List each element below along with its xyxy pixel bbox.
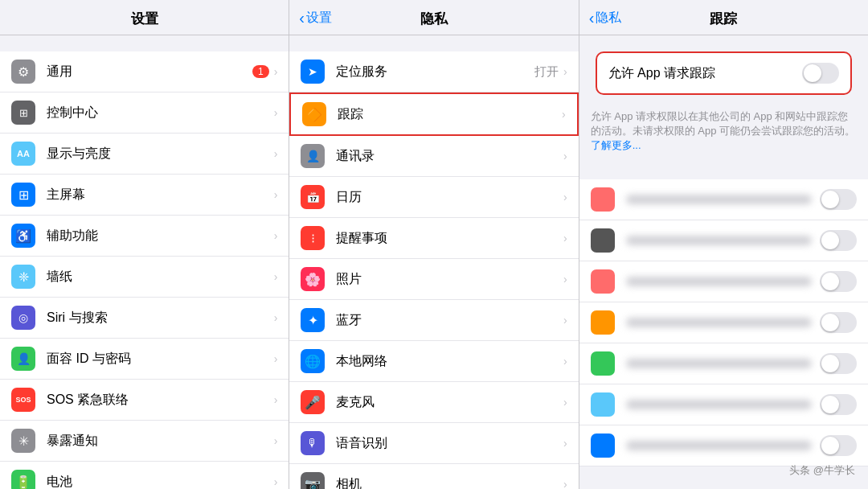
speech-icon: 🎙 <box>301 431 325 455</box>
camera-label: 相机 <box>336 476 563 490</box>
chevron-icon: › <box>274 352 278 365</box>
accessibility-icon: ♿ <box>11 224 35 248</box>
learn-more-link[interactable]: 了解更多... <box>591 139 641 151</box>
blurred-app-name-5 <box>626 359 812 368</box>
blurred-app-5[interactable] <box>579 343 868 384</box>
bluetooth-icon: ✦ <box>301 308 325 332</box>
privacy-item-location[interactable]: ➤ 定位服务 打开 › <box>289 51 578 92</box>
back-to-settings[interactable]: ‹ 设置 <box>299 8 332 27</box>
settings-item-general[interactable]: ⚙ 通用 1 › <box>0 51 289 92</box>
app-tracking-toggle-3[interactable] <box>820 271 857 292</box>
app-tracking-toggle-4[interactable] <box>820 312 857 333</box>
back-to-privacy[interactable]: ‹ 隐私 <box>589 8 622 27</box>
blurred-app-name-7 <box>626 441 812 450</box>
chevron-icon: › <box>274 147 278 160</box>
privacy-item-tracking[interactable]: 🔶 跟踪 › <box>289 92 578 136</box>
blurred-app-name-6 <box>626 400 812 409</box>
chevron-icon: › <box>562 108 566 121</box>
privacy-item-calendar[interactable]: 📅 日历 › <box>289 177 578 218</box>
privacy-item-reminders[interactable]: ⁝ 提醒事项 › <box>289 218 578 259</box>
chevron-icon: › <box>274 475 278 488</box>
control-label: 控制中心 <box>47 105 274 121</box>
chevron-icon: › <box>274 311 278 324</box>
app-tracking-toggle-1[interactable] <box>820 189 857 210</box>
settings-item-home[interactable]: ⊞ 主屏幕 › <box>0 175 289 216</box>
privacy-item-photos[interactable]: 🌸 照片 › <box>289 259 578 300</box>
privacy-item-speech[interactable]: 🎙 语音识别 › <box>289 423 578 464</box>
contacts-label: 通讯录 <box>336 148 563 165</box>
wallpaper-icon: ❈ <box>11 265 35 289</box>
settings-item-control[interactable]: ⊞ 控制中心 › <box>0 92 289 134</box>
settings-item-sos[interactable]: SOS SOS 紧急联络 › <box>0 380 289 421</box>
settings-item-battery[interactable]: 🔋 电池 › <box>0 462 289 489</box>
photos-icon: 🌸 <box>301 267 325 291</box>
calendar-label: 日历 <box>336 189 563 206</box>
general-icon: ⚙ <box>11 60 35 84</box>
microphone-label: 麦克风 <box>336 394 563 411</box>
privacy-list: ➤ 定位服务 打开 › 🔶 跟踪 › 👤 通讯录 › <box>289 35 578 489</box>
blurred-app-4[interactable] <box>579 302 868 343</box>
chevron-icon: › <box>274 188 278 201</box>
blurred-app-2[interactable] <box>579 220 868 261</box>
blurred-app-icon-1 <box>591 187 615 212</box>
chevron-icon: › <box>563 478 567 489</box>
settings-item-faceid[interactable]: 👤 面容 ID 与密码 › <box>0 339 289 380</box>
settings-item-exposure[interactable]: ✳ 暴露通知 › <box>0 421 289 462</box>
chevron-icon: › <box>274 106 278 119</box>
blurred-app-1[interactable] <box>579 179 868 220</box>
blurred-app-name-3 <box>626 277 812 286</box>
battery-label: 电池 <box>47 474 274 490</box>
back-label: 设置 <box>306 9 332 26</box>
settings-item-siri[interactable]: ◎ Siri 与搜索 › <box>0 298 289 339</box>
general-badge: 1 <box>252 65 269 78</box>
contacts-icon: 👤 <box>301 144 325 168</box>
localnet-label: 本地网络 <box>336 353 563 370</box>
chevron-icon: › <box>563 355 567 368</box>
privacy-panel: ‹ 设置 隐私 ➤ 定位服务 打开 › 🔶 跟踪 › <box>289 0 579 489</box>
display-label: 显示与亮度 <box>47 146 274 162</box>
allow-tracking-toggle[interactable] <box>802 63 839 84</box>
tracking-list: 允许 App 请求跟踪 允许 App 请求权限以在其他公司的 App 和网站中跟… <box>579 35 868 489</box>
bluetooth-label: 蓝牙 <box>336 312 563 329</box>
display-icon: AA <box>11 142 35 166</box>
allow-tracking-label: 允许 App 请求跟踪 <box>608 65 715 82</box>
localnet-icon: 🌐 <box>301 349 325 373</box>
tracking-icon: 🔶 <box>302 102 326 126</box>
blurred-app-6[interactable] <box>579 384 868 425</box>
back-arrow-icon: ‹ <box>589 8 595 27</box>
privacy-item-localnet[interactable]: 🌐 本地网络 › <box>289 341 578 382</box>
faceid-label: 面容 ID 与密码 <box>47 351 274 368</box>
app-tracking-toggle-2[interactable] <box>820 230 857 251</box>
privacy-header: ‹ 设置 隐私 <box>289 0 578 35</box>
blurred-app-3[interactable] <box>579 261 868 302</box>
exposure-icon: ✳ <box>11 429 35 453</box>
blurred-app-7[interactable] <box>579 425 868 466</box>
settings-list: ⚙ 通用 1 › ⊞ 控制中心 › AA 显示与亮度 › <box>0 35 289 489</box>
settings-item-accessibility[interactable]: ♿ 辅助功能 › <box>0 216 289 257</box>
allow-tracking-section: 允许 App 请求跟踪 <box>579 35 868 95</box>
privacy-item-bluetooth[interactable]: ✦ 蓝牙 › <box>289 300 578 341</box>
chevron-icon: › <box>563 437 567 450</box>
settings-item-display[interactable]: AA 显示与亮度 › <box>0 134 289 175</box>
blurred-app-icon-7 <box>591 434 615 458</box>
chevron-icon: › <box>563 232 567 244</box>
privacy-item-camera[interactable]: 📷 相机 › <box>289 464 578 489</box>
chevron-icon: › <box>563 191 567 203</box>
speech-label: 语音识别 <box>336 435 563 452</box>
home-label: 主屏幕 <box>47 187 274 203</box>
blurred-app-icon-5 <box>591 351 615 376</box>
watermark: 头条 @牛学长 <box>789 463 855 478</box>
chevron-icon: › <box>274 270 278 283</box>
privacy-item-microphone[interactable]: 🎤 麦克风 › <box>289 382 578 423</box>
settings-item-wallpaper[interactable]: ❈ 墙纸 › <box>0 257 289 298</box>
blurred-app-icon-2 <box>591 228 615 253</box>
location-label: 定位服务 <box>336 64 534 80</box>
app-tracking-toggle-6[interactable] <box>820 394 857 415</box>
app-tracking-toggle-7[interactable] <box>820 435 857 456</box>
tracking-panel: ‹ 隐私 跟踪 允许 App 请求跟踪 允许 App 请求权限以在其他公司的 A… <box>579 0 868 489</box>
settings-title: 设置 <box>131 11 158 27</box>
app-tracking-toggle-5[interactable] <box>820 353 857 374</box>
privacy-item-contacts[interactable]: 👤 通讯录 › <box>289 136 578 177</box>
tracking-toggle-box: 允许 App 请求跟踪 <box>596 51 852 95</box>
blurred-app-name-1 <box>626 195 812 204</box>
